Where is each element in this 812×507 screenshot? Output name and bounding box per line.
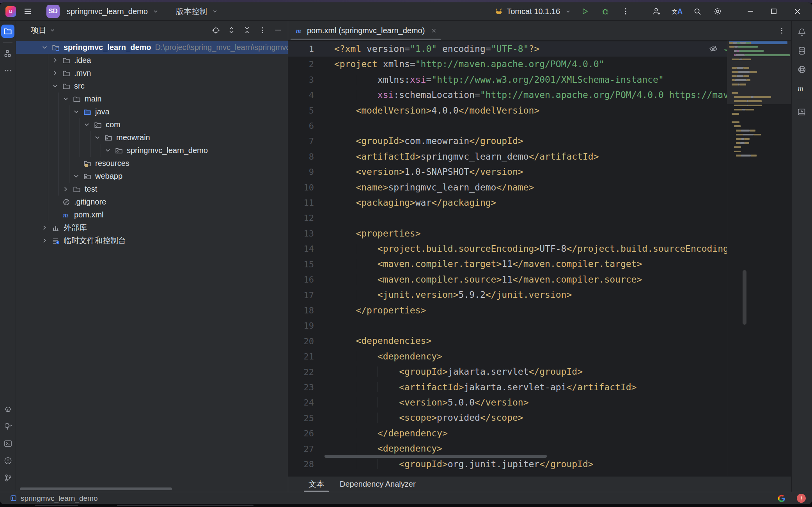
tree-row[interactable]: test [16,183,288,196]
code-line[interactable]: <maven.compiler.target>11</maven.compile… [334,256,727,272]
code-line[interactable]: <name>springmvc_learn_demo</name> [334,180,727,195]
tab-text[interactable]: 文本 [302,477,330,492]
tree-row[interactable]: springmvc_learn_demoD:\project\spring_mv… [16,41,288,54]
tree-horizontal-scrollbar[interactable] [16,486,288,492]
code-line[interactable]: <groupId>org.junit.jupiter</groupId> [334,457,727,472]
tree-row[interactable]: .gitignore [16,196,288,208]
tree-row[interactable]: main [16,93,288,105]
code-line[interactable]: <groupId>jakarta.servlet</groupId> [334,364,727,379]
tree-chevron-icon[interactable] [51,56,59,65]
structure-tool-button[interactable] [1,47,14,60]
maximize-button[interactable] [763,4,785,19]
close-tab-icon[interactable] [431,28,437,34]
endpoints-tool-button[interactable] [795,63,808,76]
code-line[interactable]: </dependency> [334,426,727,441]
hide-panel-button[interactable] [272,24,284,36]
code-line[interactable]: <artifactId>jakarta.servlet-api</artifac… [334,380,727,395]
tree-chevron-icon[interactable] [103,146,112,155]
tree-chevron-icon[interactable] [40,237,49,245]
tree-row[interactable]: meowrain [16,131,288,144]
google-translate-status-icon[interactable] [777,494,786,503]
vcs-widget[interactable]: 版本控制 [163,4,220,18]
code-line[interactable]: <?xml version="1.0" encoding="UTF-8"?> [334,41,727,57]
main-menu-button[interactable] [18,4,37,18]
tree-chevron-icon[interactable] [51,69,59,78]
services-tool-button[interactable] [1,402,14,416]
terminal-tool-button[interactable] [1,437,14,450]
code-line[interactable]: </properties> [334,303,727,318]
locate-file-button[interactable] [210,24,222,36]
panel-options-button[interactable] [257,24,268,36]
expand-all-button[interactable] [225,24,237,36]
error-notification-badge[interactable]: ! [797,494,806,503]
tree-row[interactable]: .mvn [16,67,288,80]
code-line[interactable]: <dependencies> [334,333,727,349]
run-configuration-selector[interactable]: Tomcat 10.1.16 [491,4,574,18]
minimize-button[interactable] [739,4,761,19]
chevron-down-icon[interactable] [50,27,55,33]
code-with-me-button[interactable] [647,4,666,18]
tree-row[interactable]: 临时文件和控制台 [16,234,288,247]
tree-chevron-icon[interactable] [72,108,80,116]
tree-row[interactable]: com [16,118,288,131]
tree-row[interactable]: springmvc_learn_demo [16,144,288,157]
tree-row[interactable]: webapp [16,170,288,183]
tree-chevron-icon[interactable] [72,172,80,181]
minimap-scroll-thumb[interactable] [743,270,746,325]
collapse-all-button[interactable] [241,24,253,36]
code-line[interactable]: xsi:schemaLocation="http://maven.apache.… [334,87,727,103]
version-control-tool-button[interactable] [1,471,14,484]
tree-chevron-icon[interactable] [51,82,59,91]
code-line[interactable]: <project.build.sourceEncoding>UTF-8</pro… [334,241,727,256]
tree-chevron-icon[interactable] [40,224,49,232]
hide-highlights-icon[interactable] [709,44,718,53]
code-line[interactable]: <dependency> [334,349,727,364]
code-line[interactable]: <scope>provided</scope> [334,410,727,425]
tree-row[interactable]: .idea [16,54,288,67]
code-line[interactable] [334,318,727,333]
minimap[interactable] [727,41,791,476]
project-switcher[interactable]: springmvc_learn_demo [61,4,161,18]
editor-tab-pom[interactable]: m pom.xml (springmvc_learn_demo) [288,21,443,40]
more-actions-button[interactable] [616,4,635,18]
settings-button[interactable] [708,4,727,18]
tree-chevron-icon[interactable] [82,121,91,129]
project-badge[interactable]: SD [46,5,60,18]
documentation-tool-button[interactable] [795,105,808,119]
code-line[interactable]: <version>1.0-SNAPSHOT</version> [334,164,727,180]
code-line[interactable] [334,210,727,226]
tree-chevron-icon[interactable] [61,185,70,194]
code-line[interactable]: <dependency> [334,441,727,456]
code-line[interactable]: <artifactId>springmvc_learn_demo</artifa… [334,149,727,164]
close-button[interactable] [786,4,808,19]
code-line[interactable]: <project xmlns="http://maven.apache.org/… [334,57,727,72]
tree-chevron-icon[interactable] [61,95,70,103]
tree-row[interactable]: mpom.xml [16,208,288,221]
editor-horizontal-scrollbar[interactable] [324,455,547,458]
code-line[interactable] [334,118,727,133]
code-editor[interactable]: <?xml version="1.0" encoding="UTF-8"?><p… [334,41,727,476]
tree-chevron-icon[interactable] [40,43,49,52]
translate-button[interactable]: 文A [668,4,686,18]
project-tool-button[interactable] [1,25,14,38]
editor-options-button[interactable] [778,27,786,35]
build-tool-button[interactable] [1,420,14,433]
database-tool-button[interactable] [795,44,808,57]
tree-row[interactable]: resources [16,157,288,170]
tree-chevron-icon[interactable] [93,133,101,142]
code-line[interactable]: <junit.version>5.9.2</junit.version> [334,287,727,302]
code-line[interactable]: <groupId>com.meowrain</groupId> [334,133,727,149]
run-button[interactable] [576,4,594,18]
code-line[interactable]: <version>5.0.0</version> [334,395,727,410]
code-line[interactable]: <maven.compiler.source>11</maven.compile… [334,272,727,287]
maven-tool-button[interactable]: m [795,82,808,95]
tab-dependency-analyzer[interactable]: Dependency Analyzer [333,477,422,492]
code-line[interactable]: xmlns:xsi="http://www.w3.org/2001/XMLSch… [334,72,727,87]
problems-tool-button[interactable] [1,454,14,467]
code-line[interactable]: <modelVersion>4.0.0</modelVersion> [334,103,727,118]
code-line[interactable]: <packaging>war</packaging> [334,195,727,210]
search-everywhere-button[interactable] [688,4,707,18]
status-module-widget[interactable]: springmvc_learn_demo [10,494,98,503]
debug-button[interactable] [596,4,615,18]
tree-row[interactable]: java [16,105,288,118]
